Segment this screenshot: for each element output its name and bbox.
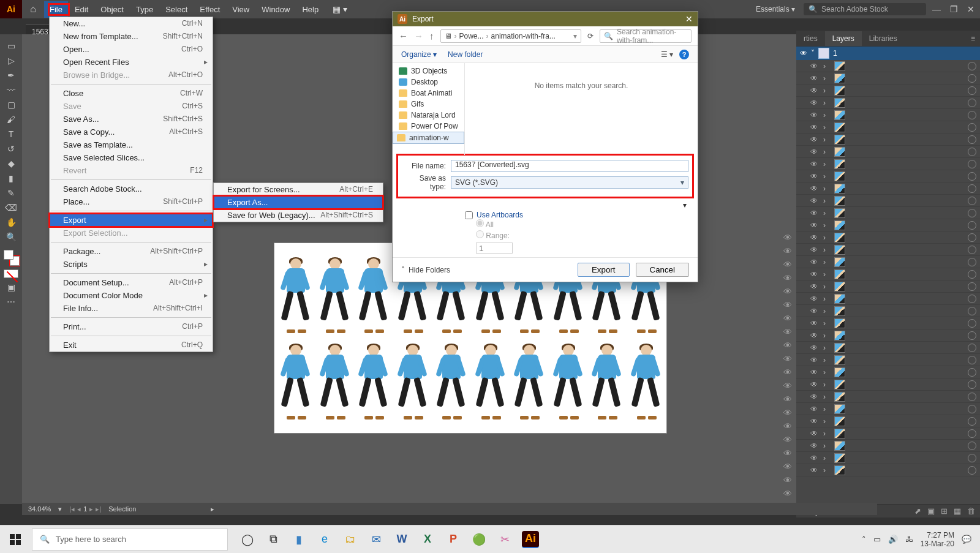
visibility-icon[interactable]: 👁 — [809, 319, 820, 328]
export-button[interactable]: Export — [578, 263, 630, 277]
folder-tree[interactable]: 3D ObjectsDesktopBoat AnimatiGifsNataraj… — [393, 63, 465, 155]
file-menu-item[interactable]: Save As...Shift+Ctrl+S — [50, 113, 213, 126]
type-tool-icon[interactable]: T — [2, 127, 20, 141]
expand-icon[interactable]: › — [823, 429, 831, 438]
visibility-icon[interactable]: 👁 — [809, 429, 820, 438]
target-icon[interactable] — [968, 368, 976, 377]
layer-row[interactable]: 👁› — [796, 231, 980, 244]
target-icon[interactable] — [968, 135, 976, 144]
visibility-icon[interactable]: 👁 — [783, 287, 792, 296]
notifications-icon[interactable]: 💬 — [962, 535, 971, 544]
task-view-icon[interactable]: ⧉ — [265, 531, 282, 548]
draw-mode-icon[interactable] — [4, 269, 18, 279]
target-icon[interactable] — [968, 209, 976, 217]
minimize-button[interactable]: — — [930, 4, 943, 14]
expand-icon[interactable]: › — [823, 368, 831, 377]
file-menu-item[interactable]: Save Selected Slices... — [50, 151, 213, 164]
rotate-tool-icon[interactable]: ↺ — [2, 142, 20, 156]
breadcrumb[interactable]: 🖥 › Powe... › animation-with-fra... ▾ — [440, 29, 582, 43]
folder-item[interactable]: 3D Objects — [393, 66, 464, 77]
paintbrush-tool-icon[interactable]: 🖌 — [2, 113, 20, 126]
fill-stroke-swatch[interactable] — [2, 249, 20, 266]
layer-row[interactable]: 👁› — [796, 72, 980, 85]
panel-menu-icon[interactable]: ≡ — [966, 31, 980, 46]
target-icon[interactable] — [968, 86, 976, 95]
target-icon[interactable] — [968, 393, 976, 401]
make-clipping-mask-icon[interactable]: ▣ — [927, 506, 935, 516]
visibility-icon[interactable]: 👁 — [809, 380, 820, 389]
visibility-icon[interactable]: 👁 — [809, 123, 820, 132]
visibility-icon[interactable]: 👁 — [783, 421, 792, 431]
refresh-icon[interactable]: ⟳ — [587, 32, 594, 40]
expand-icon[interactable]: › — [823, 307, 831, 315]
layer-row[interactable]: 👁› — [796, 109, 980, 121]
radio-all[interactable]: All — [476, 219, 698, 229]
visibility-icon[interactable]: 👁 — [809, 86, 820, 95]
shape-builder-tool-icon[interactable]: ◆ — [2, 157, 20, 170]
layer-row[interactable]: 👁› — [796, 280, 980, 293]
file-explorer-icon[interactable]: 🗂 — [342, 531, 359, 548]
layer-row[interactable]: 👁› — [796, 244, 980, 256]
taskbar-search[interactable]: 🔍 Type here to search — [32, 529, 228, 551]
target-icon[interactable] — [968, 356, 976, 364]
target-icon[interactable] — [968, 282, 976, 291]
visibility-icon[interactable]: 👁 — [809, 344, 820, 352]
pen-tool-icon[interactable]: ✒ — [2, 69, 20, 82]
target-icon[interactable] — [968, 62, 976, 70]
visibility-icon[interactable]: 👁 — [783, 435, 792, 445]
export-submenu-item[interactable]: Save for Web (Legacy)...Alt+Shift+Ctrl+S — [214, 209, 383, 222]
explorer-icon[interactable]: ▮ — [290, 531, 307, 548]
file-menu-item[interactable]: Open...Ctrl+O — [50, 43, 213, 56]
close-button[interactable]: ✕ — [964, 4, 978, 14]
visibility-icon[interactable]: 👁 — [783, 367, 792, 377]
expand-icon[interactable]: › — [823, 331, 831, 340]
target-icon[interactable] — [968, 184, 976, 193]
expand-icon[interactable]: › — [823, 62, 831, 70]
expand-icon[interactable]: › — [823, 209, 831, 217]
visibility-icon[interactable]: 👁 — [809, 111, 820, 119]
home-icon[interactable]: ⌂ — [22, 4, 44, 15]
delete-layer-icon[interactable]: 🗑 — [967, 506, 975, 516]
file-menu-item[interactable]: Save as Template... — [50, 138, 213, 151]
expand-icon[interactable]: › — [823, 172, 831, 181]
visibility-icon[interactable]: 👁 — [783, 448, 792, 458]
expand-icon[interactable]: › — [823, 393, 831, 401]
visibility-icon[interactable]: 👁 — [783, 489, 792, 498]
volume-icon[interactable]: 🔊 — [888, 535, 898, 544]
expand-icon[interactable]: › — [823, 246, 831, 254]
target-icon[interactable] — [968, 74, 976, 83]
expand-icon[interactable]: › — [823, 99, 831, 107]
export-submenu-item[interactable]: Export for Screens...Alt+Ctrl+E — [214, 183, 383, 196]
menu-effect[interactable]: Effect — [194, 1, 225, 18]
visibility-icon[interactable]: 👁 — [809, 246, 820, 254]
file-menu-item[interactable]: CloseCtrl+W — [50, 87, 213, 100]
visibility-icon[interactable]: 👁 — [809, 172, 820, 181]
visibility-icon[interactable]: 👁 — [783, 462, 792, 472]
folder-item[interactable]: Desktop — [393, 77, 464, 88]
visibility-icon[interactable]: 👁 — [783, 327, 792, 337]
chevron-down-icon[interactable]: ▾ — [573, 32, 577, 40]
visibility-icon[interactable]: 👁 — [809, 466, 820, 475]
tab-libraries[interactable]: Libraries — [862, 31, 905, 46]
expand-icon[interactable]: › — [823, 282, 831, 291]
workspace-switcher[interactable]: Essentials ▾ — [751, 3, 800, 15]
restore-button[interactable]: ❐ — [947, 4, 960, 14]
folder-item[interactable]: Gifs — [393, 99, 464, 110]
first-artboard-icon[interactable]: |◂ — [69, 505, 75, 513]
target-icon[interactable] — [968, 442, 976, 450]
folder-item[interactable]: Nataraja Lord — [393, 110, 464, 121]
visibility-icon[interactable]: 👁 — [783, 273, 792, 283]
expand-icon[interactable]: › — [823, 466, 831, 475]
layer-row[interactable]: 👁› — [796, 268, 980, 280]
visibility-icon[interactable]: 👁 — [809, 135, 820, 144]
clock[interactable]: 7:27 PM 13-Mar-20 — [921, 531, 954, 548]
visibility-icon[interactable]: 👁 — [783, 233, 792, 243]
target-icon[interactable] — [968, 270, 976, 279]
menu-help[interactable]: Help — [296, 1, 324, 18]
visibility-icon[interactable]: 👁 — [809, 148, 820, 156]
edit-toolbar-icon[interactable]: ⋯ — [2, 295, 20, 309]
visibility-icon[interactable]: 👁 — [783, 354, 792, 364]
file-menu-item[interactable]: Print...Ctrl+P — [50, 320, 213, 333]
file-menu-item[interactable]: New...Ctrl+N — [50, 17, 213, 30]
visibility-icon[interactable]: 👁 — [783, 381, 792, 391]
